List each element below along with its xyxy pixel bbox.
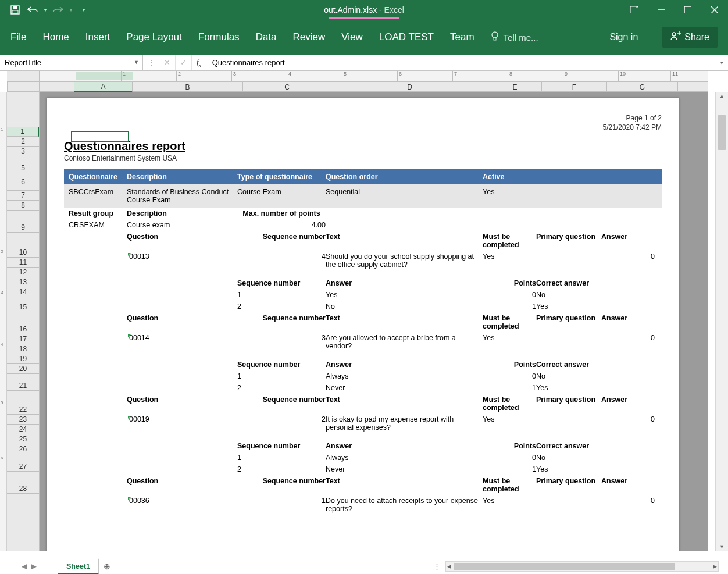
tab-view[interactable]: View <box>341 20 363 55</box>
tab-data[interactable]: Data <box>256 20 277 55</box>
scroll-right-icon[interactable]: ▶ <box>713 564 717 569</box>
row-header-18[interactable]: 18 <box>7 344 39 354</box>
ribbon-tabs: File Home Insert Page Layout Formulas Da… <box>0 20 728 55</box>
undo-dropdown-icon[interactable]: ▾ <box>44 8 47 13</box>
tab-home[interactable]: Home <box>42 20 69 55</box>
row-header-7[interactable]: 7 <box>7 191 39 201</box>
enter-formula-icon[interactable]: ✓ <box>176 55 192 70</box>
scroll-down-icon[interactable]: ▼ <box>716 544 728 550</box>
row-header-2[interactable]: 2 <box>7 137 39 147</box>
row-header-16[interactable]: 16 <box>7 325 39 334</box>
name-box[interactable]: ReportTitle ▼ <box>0 55 143 70</box>
scroll-left-icon[interactable]: ◀ <box>447 564 451 569</box>
ruler-v-tick: 5 <box>1 400 3 405</box>
select-all-corner[interactable] <box>7 81 40 92</box>
svg-rect-1 <box>13 6 17 9</box>
scrollbar-thumb[interactable] <box>718 115 726 150</box>
name-box-value: ReportTitle <box>5 58 41 67</box>
row-header-24[interactable]: 24 <box>7 425 39 434</box>
row-header-11[interactable]: 11 <box>7 258 39 268</box>
col-header-E[interactable]: E <box>488 82 542 92</box>
ribbon-display-options-icon[interactable] <box>621 0 648 20</box>
ruler-v-tick: 3 <box>1 290 3 295</box>
status-bar: ◀ ▶ Sheet1 ⊕ ⋮ ◀ ▶ <box>0 558 728 574</box>
redo-dropdown-icon[interactable]: ▾ <box>70 8 72 13</box>
close-icon[interactable] <box>701 0 728 20</box>
cancel-formula-icon[interactable]: ✕ <box>159 55 176 70</box>
answer-header: Sequence number Answer Points Correct an… <box>64 277 662 289</box>
row-header-28[interactable]: 28 <box>7 484 39 494</box>
tab-page-layout[interactable]: Page Layout <box>126 20 181 55</box>
row-header-17[interactable]: 17 <box>7 334 39 344</box>
minimize-icon[interactable] <box>648 0 675 20</box>
row-header-15[interactable]: 15 <box>7 302 39 312</box>
qat-customize-icon[interactable]: ▾ <box>83 8 85 13</box>
table-header-row: Questionnaire Description Type of questi… <box>64 169 662 184</box>
row-header-10[interactable]: 10 <box>7 248 39 258</box>
sheet-area[interactable]: Page 1 of 2 5/21/2020 7:42 PM Questionna… <box>40 92 708 551</box>
redo-icon[interactable] <box>52 4 64 16</box>
share-button[interactable]: Share <box>662 27 718 48</box>
col-header-F[interactable]: F <box>542 82 607 92</box>
tab-formulas[interactable]: Formulas <box>198 20 240 55</box>
col-header-A[interactable]: A <box>74 82 133 92</box>
vertical-ruler[interactable]: 123456 <box>0 92 7 551</box>
row-header-12[interactable]: 12 <box>7 268 39 277</box>
col-header-G[interactable]: G <box>607 82 678 92</box>
row-header-6[interactable]: 6 <box>7 173 39 191</box>
fx-icon[interactable]: fx <box>192 58 206 68</box>
col-header-D[interactable]: D <box>331 82 488 92</box>
cell: SBCCrsExam <box>69 188 127 204</box>
row-header-14[interactable]: 14 <box>7 287 39 297</box>
scroll-up-icon[interactable]: ▲ <box>716 93 728 99</box>
vertical-scrollbar[interactable]: ▲ ▼ <box>715 92 728 551</box>
row-header-13[interactable]: 13 <box>7 277 39 287</box>
ruler-v-tick: 1 <box>1 127 3 132</box>
tab-nav-arrows[interactable]: ◀ ▶ <box>0 562 58 571</box>
formula-input[interactable]: Questionnaires report <box>206 55 715 70</box>
formula-expand-icon[interactable]: ▾ <box>715 60 728 66</box>
answer-row: 1Always0No <box>64 370 662 382</box>
row-header-5[interactable]: 5 <box>7 163 39 173</box>
tab-file[interactable]: File <box>10 20 26 55</box>
report-title[interactable]: Questionnaires report <box>64 140 662 153</box>
horizontal-scrollbar[interactable]: ◀ ▶ <box>445 561 719 572</box>
tell-me-search[interactable]: Tell me... <box>491 31 538 44</box>
row-header-26[interactable]: 26 <box>7 444 39 454</box>
tab-next-icon[interactable]: ▶ <box>31 562 37 571</box>
sheet-tab-1[interactable]: Sheet1 <box>58 558 99 575</box>
row-header-9[interactable]: 9 <box>7 223 39 233</box>
save-icon[interactable] <box>9 4 21 16</box>
row-header-8[interactable]: 8 <box>7 201 39 211</box>
row-header-27[interactable]: 27 <box>7 462 39 472</box>
maximize-icon[interactable] <box>675 0 701 20</box>
ruler-corner <box>7 71 40 81</box>
tab-scroll-split[interactable]: ⋮ <box>433 562 441 571</box>
col-header-B[interactable]: B <box>133 82 243 92</box>
col-header-C[interactable]: C <box>243 82 331 92</box>
row-header-25[interactable]: 25 <box>7 434 39 444</box>
formula-split-icon[interactable]: ⋮ <box>143 55 159 70</box>
row-header-3[interactable]: 3 <box>7 147 39 156</box>
row-header-22[interactable]: 22 <box>7 405 39 415</box>
sign-in-link[interactable]: Sign in <box>609 32 638 42</box>
tell-me-placeholder: Tell me... <box>504 33 538 42</box>
undo-icon[interactable] <box>27 4 38 16</box>
row-header-20[interactable]: 20 <box>7 364 39 374</box>
row-header-21[interactable]: 21 <box>7 381 39 391</box>
row-header-1[interactable]: 1 <box>7 127 39 137</box>
tab-load-test[interactable]: LOAD TEST <box>379 20 434 55</box>
hscroll-thumb[interactable] <box>454 563 675 570</box>
row-header-23[interactable]: 23 <box>7 415 39 425</box>
name-box-dropdown-icon[interactable]: ▼ <box>134 59 139 65</box>
column-headers: ABCDEFG <box>40 81 708 92</box>
cell: Yes <box>483 252 536 269</box>
tab-prev-icon[interactable]: ◀ <box>22 562 27 571</box>
add-sheet-icon[interactable]: ⊕ <box>99 562 115 571</box>
horizontal-ruler[interactable]: 1234567891011 <box>40 71 708 81</box>
row-header-19[interactable]: 19 <box>7 354 39 364</box>
tab-team[interactable]: Team <box>450 20 474 55</box>
tab-insert[interactable]: Insert <box>85 20 110 55</box>
answer-row: 1Always0No <box>64 452 662 464</box>
tab-review[interactable]: Review <box>293 20 326 55</box>
